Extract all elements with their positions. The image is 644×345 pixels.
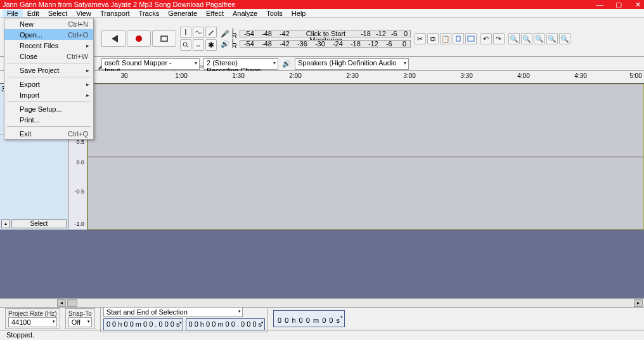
timeline-ruler[interactable]: 30 1:00 1:30 2:00 2:30 3:00 3:30 4:00 4:… xyxy=(0,71,644,84)
waveform-canvas[interactable] xyxy=(87,84,644,230)
file-menu-dropdown: NewCtrl+N Open...Ctrl+O Recent Files▸ Cl… xyxy=(4,18,94,140)
undo-button[interactable]: ↶ xyxy=(480,33,492,44)
menu-bar: File Edit Select View Transport Tracks G… xyxy=(0,9,644,18)
menu-print[interactable]: Print... xyxy=(4,114,93,125)
menu-separator xyxy=(7,77,91,77)
snap-to-select[interactable]: Off▾ xyxy=(68,317,92,327)
menu-view[interactable]: View xyxy=(72,10,96,17)
menu-separator xyxy=(7,126,91,127)
silence-button[interactable] xyxy=(465,33,477,44)
menu-page-setup[interactable]: Page Setup... xyxy=(4,103,93,114)
svg-rect-4 xyxy=(468,36,474,41)
project-rate-block: Project Rate (Hz) 44100▾ xyxy=(5,308,60,329)
speaker-icon: 🔊 xyxy=(282,60,291,68)
scroll-thumb[interactable] xyxy=(67,299,77,307)
svg-rect-3 xyxy=(456,36,460,41)
paste-button[interactable]: 📋 xyxy=(440,33,451,44)
playback-device-select[interactable]: Speakers (High Definition Audio▾ xyxy=(295,58,409,70)
record-channels-select[interactable]: 2 (Stereo) Recording Chann▾ xyxy=(203,58,278,70)
close-button[interactable]: ✕ xyxy=(634,1,641,8)
mic-icon: 🎤 xyxy=(221,30,229,38)
fit-selection-button[interactable]: 🔍 xyxy=(534,33,545,44)
multi-tool[interactable]: ✱ xyxy=(205,39,217,51)
menu-import[interactable]: Import▸ xyxy=(4,89,93,100)
menu-tracks[interactable]: Tracks xyxy=(134,10,164,17)
scroll-left-button[interactable]: ◂ xyxy=(57,299,66,307)
redo-button[interactable]: ↷ xyxy=(493,33,505,44)
menu-open[interactable]: Open...Ctrl+O xyxy=(4,29,93,40)
zoom-toggle-button[interactable]: 🔍 xyxy=(559,33,570,44)
title-bar: Jann Gann Mann from Satyameva Jayate 2 M… xyxy=(0,0,644,9)
menu-effect[interactable]: Effect xyxy=(202,10,228,17)
playback-meter[interactable]: -54 -48 -42 -36 -30 -24 -18 -12 -6 0 xyxy=(240,40,411,48)
menu-file[interactable]: File xyxy=(3,10,23,17)
audio-position[interactable]: 0 0 h 0 0 m 0 0 s▾ xyxy=(273,310,345,327)
draw-tool[interactable] xyxy=(205,27,217,38)
envelope-tool[interactable] xyxy=(193,27,204,38)
selection-toolbar: Project Rate (Hz) 44100▾ Snap-To Off▾ St… xyxy=(0,307,644,330)
zoom-out-button[interactable]: 🔍 xyxy=(521,33,532,44)
menu-select[interactable]: Select xyxy=(44,10,72,17)
loop-button[interactable] xyxy=(152,30,176,47)
trim-button[interactable] xyxy=(453,33,464,44)
cut-button[interactable]: ✂ xyxy=(415,33,426,44)
window-title: Jann Gann Mann from Satyameva Jayate 2 M… xyxy=(3,1,596,8)
menu-close[interactable]: CloseCtrl+W xyxy=(4,51,93,62)
copy-button[interactable]: ⧉ xyxy=(427,33,439,44)
menu-save-project[interactable]: Save Project▸ xyxy=(4,65,93,75)
menu-analyze[interactable]: Analyze xyxy=(228,10,262,17)
transport-toolbar xyxy=(101,30,176,47)
project-rate-select[interactable]: 44100▾ xyxy=(8,317,57,327)
menu-separator xyxy=(7,101,91,102)
track-collapse-button[interactable]: ▴ xyxy=(1,219,10,228)
menu-exit[interactable]: ExitCtrl+Q xyxy=(4,128,93,139)
timeshift-tool[interactable]: ↔ xyxy=(193,39,204,51)
zoom-in-button[interactable]: 🔍 xyxy=(508,33,520,44)
skip-start-button[interactable] xyxy=(101,30,126,47)
menu-edit[interactable]: Edit xyxy=(23,10,44,17)
toolbar-area: I ↔ ✱ 🎤 LR -54 -48 -42 Click to Start Mo… xyxy=(0,18,644,57)
status-bar: Stopped. xyxy=(0,330,644,340)
zoom-tool[interactable] xyxy=(180,39,191,51)
selection-mode-select[interactable]: Start and End of Selection▾ xyxy=(103,307,243,317)
menu-recent-files[interactable]: Recent Files▸ xyxy=(4,40,93,51)
record-meter[interactable]: -54 -48 -42 Click to Start Monitoring -1… xyxy=(240,30,411,37)
menu-new[interactable]: NewCtrl+N xyxy=(4,18,93,29)
svg-point-0 xyxy=(136,36,142,42)
tools-toolbar: I ↔ ✱ xyxy=(180,27,217,51)
fit-project-button[interactable]: 🔍 xyxy=(546,33,558,44)
minimize-button[interactable]: — xyxy=(596,1,603,8)
track-select-button[interactable]: Select xyxy=(11,219,67,228)
menu-help[interactable]: Help xyxy=(287,10,311,17)
selection-end-time[interactable]: 0 0 h 0 0 m 0 0 . 0 0 0 s▾ xyxy=(186,318,266,330)
empty-track-area[interactable] xyxy=(0,230,644,298)
maximize-button[interactable]: ▢ xyxy=(615,1,622,8)
selection-tool[interactable]: I xyxy=(180,27,191,38)
menu-separator xyxy=(7,63,91,63)
selection-start-time[interactable]: 0 0 h 0 0 m 0 0 . 0 0 0 s▾ xyxy=(103,318,183,330)
scroll-right-button[interactable]: ▸ xyxy=(634,299,643,307)
audio-host-select[interactable]: osoft Sound Mapper - Input▾ xyxy=(101,58,200,70)
menu-tools[interactable]: Tools xyxy=(262,10,287,17)
speaker-icon: 🔊 xyxy=(221,40,229,48)
track-area: 32-bit float ▴ Select -0.5 -1.0 1.0 0.5 … xyxy=(0,84,644,230)
menu-export[interactable]: Export▸ xyxy=(4,79,93,89)
meter-toolbar: 🎤 LR -54 -48 -42 Click to Start Monitori… xyxy=(221,29,411,48)
menu-generate[interactable]: Generate xyxy=(164,10,202,17)
record-button[interactable] xyxy=(127,30,151,47)
selection-block: Start and End of Selection▾ 0 0 h 0 0 m … xyxy=(100,305,268,332)
edit-toolbar: ✂ ⧉ 📋 xyxy=(415,33,477,44)
horizontal-scrollbar[interactable]: ◂ ▸ xyxy=(0,298,644,307)
menu-transport[interactable]: Transport xyxy=(96,10,134,17)
snap-to-block: Snap-To Off▾ xyxy=(65,308,95,329)
svg-rect-1 xyxy=(161,36,167,41)
